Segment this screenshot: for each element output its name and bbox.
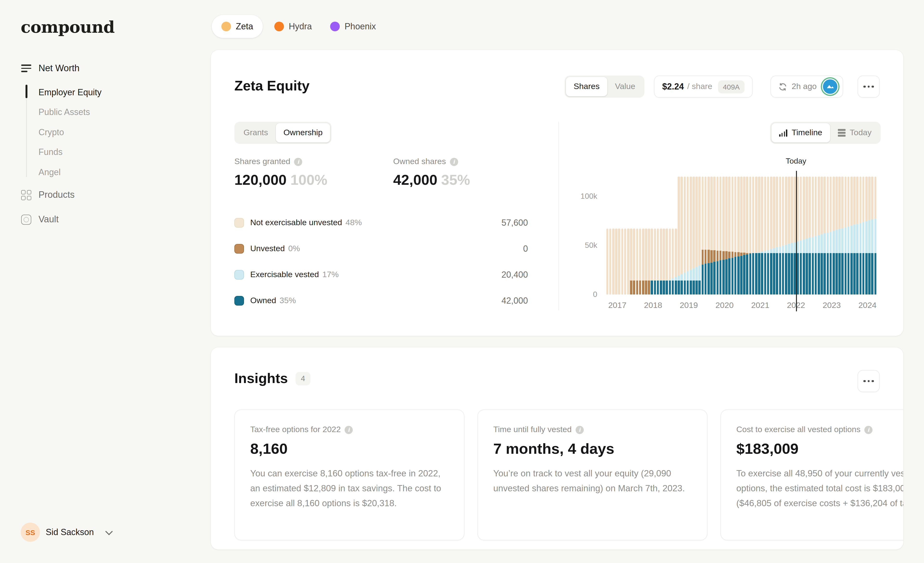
bar-segment-not_exercisable_unvested [826, 177, 829, 233]
info-icon[interactable]: i [345, 425, 353, 434]
company-tab-label: Zeta [236, 21, 253, 31]
chart-bar [746, 177, 748, 295]
chart-bar [609, 229, 611, 295]
chart-bar [752, 177, 754, 295]
info-icon[interactable]: i [864, 425, 873, 434]
legend-label: Not exercisable unvested [250, 218, 342, 228]
bar-segment-unvested [701, 250, 704, 265]
bar-segment-exercisable_vested [693, 268, 694, 281]
chart-view-today[interactable]: Today [830, 123, 879, 142]
chart-bar [660, 229, 662, 295]
bar-segment-exercisable_vested [684, 273, 686, 280]
chart-bar [832, 177, 835, 295]
chart-view-timeline[interactable]: Timeline [771, 123, 830, 142]
bar-segment-exercisable_vested [826, 233, 829, 253]
equity-card: Zeta Equity SharesValue $2.24 / share 40… [211, 50, 903, 336]
stat-percent: 100% [290, 172, 327, 188]
today-marker-label: Today [774, 157, 818, 166]
bar-segment-not_exercisable_unvested [716, 177, 718, 251]
insight-card[interactable]: Tax-free options for 2022i8,160You can e… [234, 409, 464, 541]
share-price-pill[interactable]: $2.24 / share 409A [654, 76, 753, 98]
grid-icon [21, 189, 32, 201]
bar-segment-owned [681, 281, 683, 295]
legend-value: 57,600 [501, 218, 528, 228]
stat-number: 42,000 [393, 172, 438, 188]
insight-value: 7 months, 4 days [493, 440, 692, 458]
company-tab-hydra[interactable]: Hydra [268, 15, 319, 38]
company-tab-zeta[interactable]: Zeta [212, 15, 263, 38]
bar-segment-exercisable_vested [832, 231, 835, 253]
insight-card[interactable]: Cost to exercise all vested optionsi$183… [720, 409, 903, 541]
bar-segment-not_exercisable_unvested [633, 229, 635, 281]
grants-ownership-tabs: GrantsOwnership [234, 122, 332, 144]
chart-bar [710, 177, 712, 295]
bar-segment-not_exercisable_unvested [815, 177, 817, 236]
bar-segment-not_exercisable_unvested [874, 177, 876, 219]
insights-section: Insights 4 Tax-free options for 2022i8,1… [211, 347, 903, 550]
bar-segment-owned [853, 253, 855, 295]
bar-segment-owned [758, 253, 760, 295]
bar-segment-not_exercisable_unvested [701, 177, 704, 250]
chart-bar [856, 177, 858, 295]
bar-segment-owned [722, 260, 724, 295]
refresh-button[interactable]: 2h ago [771, 76, 843, 98]
toggle-option-value[interactable]: Value [608, 77, 643, 96]
insight-label-text: Cost to exercise all vested options [736, 425, 861, 434]
company-tab-phoenix[interactable]: Phoenix [323, 15, 382, 38]
bar-segment-not_exercisable_unvested [663, 229, 665, 281]
bar-segment-not_exercisable_unvested [838, 177, 841, 229]
bar-segment-owned [699, 281, 701, 295]
bar-segment-owned [832, 253, 835, 295]
user-name: Sid Sackson [46, 527, 94, 537]
tab-label: Grants [243, 128, 268, 138]
mountains-glyph [825, 81, 836, 92]
bar-segment-exercisable_vested [794, 242, 796, 253]
bar-segment-not_exercisable_unvested [803, 177, 805, 240]
equity-legend: Not exercisable unvested48%57,600Unveste… [234, 210, 528, 314]
legend-label: Unvested [250, 244, 285, 254]
legend-label: Owned [250, 296, 276, 305]
bar-segment-not_exercisable_unvested [720, 177, 722, 251]
chart-bar [749, 177, 751, 295]
chart-bar [633, 229, 635, 295]
legend-swatch [234, 218, 244, 228]
bar-segment-not_exercisable_unvested [862, 177, 865, 222]
bar-segment-owned [720, 261, 722, 295]
legend-percent: 35% [280, 296, 296, 305]
bar-segment-not_exercisable_unvested [820, 177, 823, 235]
bar-segment-owned [660, 281, 662, 295]
bar-segment-owned [800, 253, 802, 295]
x-axis-label: 2019 [672, 301, 706, 310]
info-icon[interactable]: i [294, 157, 303, 166]
user-menu[interactable]: SS Sid Sackson [21, 523, 112, 542]
insight-card[interactable]: Time until fully vestedi7 months, 4 days… [477, 409, 708, 541]
info-icon[interactable]: i [576, 425, 584, 434]
chart-plot [606, 171, 879, 295]
bar-segment-exercisable_vested [797, 241, 799, 253]
bar-segment-unvested [731, 252, 734, 258]
bar-segment-exercisable_vested [696, 267, 698, 281]
legend-value: 42,000 [501, 296, 528, 306]
bar-segment-not_exercisable_unvested [684, 177, 686, 273]
bar-segment-owned [669, 281, 671, 295]
info-icon[interactable]: i [450, 157, 458, 166]
chart-bar [651, 229, 653, 295]
equity-more-button[interactable] [858, 76, 880, 98]
chart-bar [714, 177, 716, 295]
legend-value: 0 [523, 244, 528, 254]
y-axis-label: 50k [564, 240, 597, 251]
chart-bar [859, 177, 861, 295]
chart-bar [776, 177, 778, 295]
insight-value: $183,009 [736, 440, 903, 458]
bar-segment-unvested [734, 252, 736, 257]
bar-segment-unvested [642, 281, 644, 295]
bar-segment-owned [865, 253, 867, 295]
app: compound Net Worth Employer EquityPublic… [0, 0, 924, 563]
tab-grants[interactable]: Grants [236, 123, 276, 142]
bar-segment-owned [818, 253, 820, 295]
toggle-option-shares[interactable]: Shares [566, 77, 608, 96]
tab-ownership[interactable]: Ownership [276, 123, 330, 142]
bar-segment-unvested [710, 250, 712, 262]
legend-row-unvested: Unvested0%0 [234, 236, 528, 262]
insights-more-button[interactable] [858, 370, 880, 392]
